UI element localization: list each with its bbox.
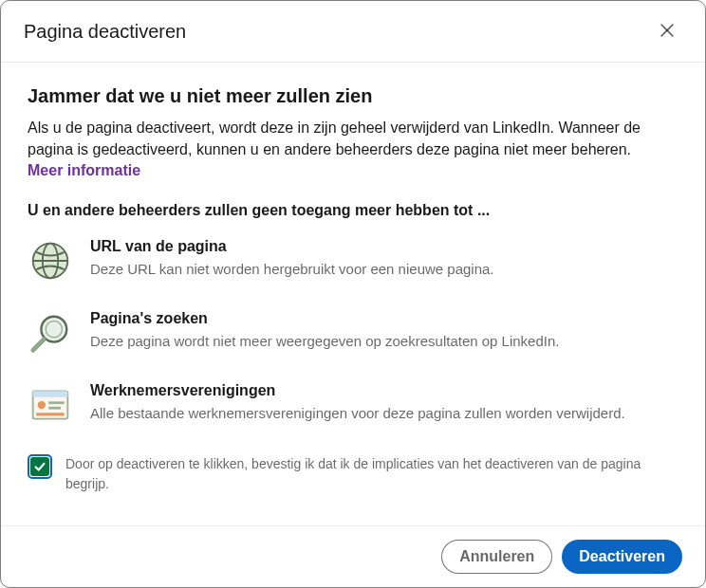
info-item-desc: Deze URL kan niet worden hergebruikt voo…	[90, 259, 678, 279]
profile-card-icon	[28, 382, 73, 428]
info-item-title: Werknemersverenigingen	[90, 382, 678, 399]
confirm-checkbox[interactable]	[28, 454, 52, 479]
cancel-button[interactable]: Annuleren	[441, 540, 552, 574]
svg-rect-12	[48, 407, 61, 410]
learn-more-link[interactable]: Meer informatie	[28, 162, 140, 178]
info-item-url: URL van de pagina Deze URL kan niet word…	[28, 238, 678, 284]
modal-footer: Annuleren Deactiveren	[1, 525, 705, 587]
info-item-associations: Werknemersverenigingen Alle bestaande we…	[28, 382, 678, 428]
info-item-desc: Alle bestaande werknemersverenigingen vo…	[90, 403, 678, 423]
confirm-row: Door op deactiveren te klikken, bevestig…	[28, 454, 678, 493]
deactivate-button[interactable]: Deactiveren	[562, 540, 682, 574]
svg-rect-13	[36, 413, 64, 416]
modal-body: Jammer dat we u niet meer zullen zien Al…	[1, 63, 705, 525]
svg-rect-11	[48, 402, 65, 405]
confirm-label: Door op deactiveren te klikken, bevestig…	[65, 454, 678, 493]
modal-header: Pagina deactiveren	[1, 1, 705, 63]
close-icon	[658, 21, 677, 43]
modal-title: Pagina deactiveren	[24, 21, 186, 43]
headline: Jammer dat we u niet meer zullen zien	[28, 85, 678, 107]
deactivate-page-modal: Pagina deactiveren Jammer dat we u niet …	[0, 0, 706, 588]
info-item-title: URL van de pagina	[90, 238, 678, 255]
magnifier-icon	[28, 310, 73, 356]
info-item-title: Pagina's zoeken	[90, 310, 678, 327]
svg-rect-9	[33, 392, 68, 397]
svg-point-10	[38, 401, 46, 409]
info-item-desc: Deze pagina wordt niet meer weergegeven …	[90, 331, 678, 351]
info-item-content: URL van de pagina Deze URL kan niet word…	[90, 238, 678, 279]
info-item-search: Pagina's zoeken Deze pagina wordt niet m…	[28, 310, 678, 356]
check-icon	[30, 457, 49, 476]
info-item-content: Pagina's zoeken Deze pagina wordt niet m…	[90, 310, 678, 351]
description: Als u de pagina deactiveert, wordt deze …	[28, 117, 678, 160]
close-button[interactable]	[652, 16, 682, 46]
subheadline: U en andere beheerders zullen geen toega…	[28, 202, 678, 219]
info-item-content: Werknemersverenigingen Alle bestaande we…	[90, 382, 678, 423]
globe-icon	[28, 238, 73, 284]
svg-line-7	[33, 340, 44, 351]
